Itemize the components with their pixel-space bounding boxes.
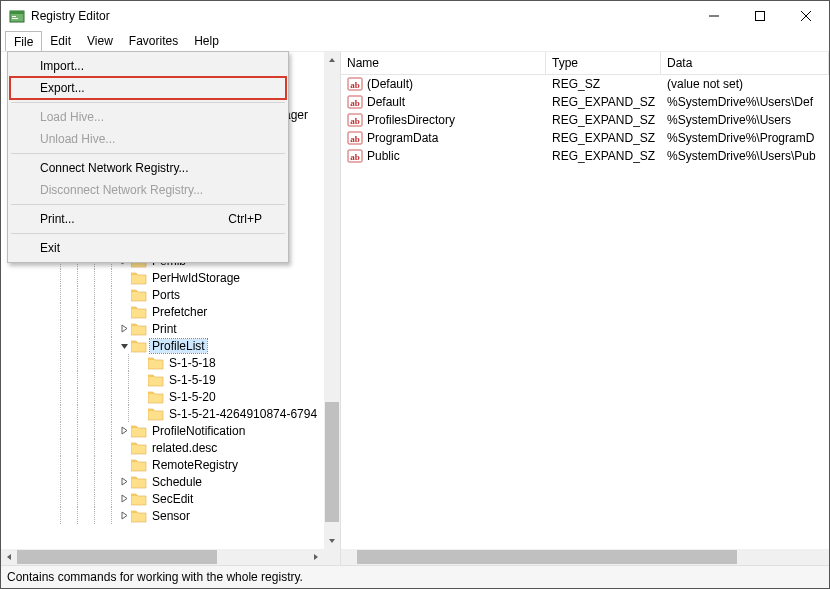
tree-item[interactable]: S-1-5-20 xyxy=(1,388,324,405)
list-pane: Name Type Data ab(Default)REG_SZ(value n… xyxy=(341,52,829,565)
tree-item[interactable]: S-1-5-18 xyxy=(1,354,324,371)
string-value-icon: ab xyxy=(347,148,363,164)
scroll-left-icon[interactable] xyxy=(1,549,17,565)
scroll-right-icon[interactable] xyxy=(308,549,324,565)
menu-edit[interactable]: Edit xyxy=(42,31,79,51)
window-title: Registry Editor xyxy=(31,9,691,23)
value-row[interactable]: abProgramDataREG_EXPAND_SZ%SystemDrive%\… xyxy=(341,129,829,147)
tree-item[interactable]: PerHwIdStorage xyxy=(1,269,324,286)
folder-icon xyxy=(131,475,147,489)
regedit-icon xyxy=(9,8,25,24)
tree-item[interactable]: S-1-5-21-4264910874-6794 xyxy=(1,405,324,422)
tree-item[interactable]: ProfileNotification xyxy=(1,422,324,439)
tree-item-label: ProfileList xyxy=(150,339,207,353)
folder-icon xyxy=(131,339,147,353)
menu-item-shortcut: Ctrl+P xyxy=(228,212,262,226)
string-value-icon: ab xyxy=(347,94,363,110)
menu-separator xyxy=(11,102,285,103)
tree-horizontal-scrollbar[interactable] xyxy=(1,549,324,565)
tree-item[interactable]: Sensor xyxy=(1,507,324,524)
tree-item-label: ProfileNotification xyxy=(150,424,247,438)
tree-item-label: S-1-5-18 xyxy=(167,356,218,370)
menu-item-label: Disconnect Network Registry... xyxy=(40,183,203,197)
value-type: REG_EXPAND_SZ xyxy=(552,113,655,127)
tree-item-label: SecEdit xyxy=(150,492,195,506)
folder-icon xyxy=(131,305,147,319)
scroll-up-icon[interactable] xyxy=(324,52,340,68)
close-button[interactable] xyxy=(783,1,829,31)
tree-item-label: Sensor xyxy=(150,509,192,523)
tree-item[interactable]: RemoteRegistry xyxy=(1,456,324,473)
minimize-button[interactable] xyxy=(691,1,737,31)
menu-separator xyxy=(11,233,285,234)
menu-item-exit[interactable]: Exit xyxy=(10,237,286,259)
svg-text:ab: ab xyxy=(350,152,360,162)
menu-item-connect-network[interactable]: Connect Network Registry... xyxy=(10,157,286,179)
tree-item-label: Prefetcher xyxy=(150,305,209,319)
value-row[interactable]: abProfilesDirectoryREG_EXPAND_SZ%SystemD… xyxy=(341,111,829,129)
tree-item-label: S-1-5-21-4264910874-6794 xyxy=(167,407,319,421)
menu-file[interactable]: File xyxy=(5,31,42,51)
column-type[interactable]: Type xyxy=(546,52,661,74)
string-value-icon: ab xyxy=(347,112,363,128)
menu-view[interactable]: View xyxy=(79,31,121,51)
column-data[interactable]: Data xyxy=(661,52,829,74)
tree-item[interactable]: ProfileList xyxy=(1,337,324,354)
status-text: Contains commands for working with the w… xyxy=(7,570,303,584)
folder-icon xyxy=(148,356,164,370)
svg-text:ab: ab xyxy=(350,116,360,126)
value-data: %SystemDrive%\Users xyxy=(667,113,791,127)
menu-item-unload-hive: Unload Hive... xyxy=(10,128,286,150)
value-row[interactable]: ab(Default)REG_SZ(value not set) xyxy=(341,75,829,93)
tree-item[interactable]: SecEdit xyxy=(1,490,324,507)
window-controls xyxy=(691,1,829,31)
column-name[interactable]: Name xyxy=(341,52,546,74)
menu-item-disconnect-network: Disconnect Network Registry... xyxy=(10,179,286,201)
scrollbar-thumb[interactable] xyxy=(325,402,339,522)
folder-icon xyxy=(131,288,147,302)
scroll-down-icon[interactable] xyxy=(324,533,340,549)
tree-item[interactable]: Print xyxy=(1,320,324,337)
folder-icon xyxy=(131,441,147,455)
list-horizontal-scrollbar[interactable] xyxy=(341,549,829,565)
value-data: %SystemDrive%\ProgramD xyxy=(667,131,814,145)
svg-rect-3 xyxy=(12,18,18,19)
value-list[interactable]: ab(Default)REG_SZ(value not set)abDefaul… xyxy=(341,75,829,549)
tree-item[interactable]: Ports xyxy=(1,286,324,303)
scroll-corner xyxy=(324,549,340,565)
menu-item-import[interactable]: Import... xyxy=(10,55,286,77)
svg-text:ab: ab xyxy=(350,134,360,144)
menu-separator xyxy=(11,153,285,154)
tree-item-label: S-1-5-19 xyxy=(167,373,218,387)
folder-icon xyxy=(148,390,164,404)
value-row[interactable]: abDefaultREG_EXPAND_SZ%SystemDrive%\User… xyxy=(341,93,829,111)
scrollbar-thumb[interactable] xyxy=(17,550,217,564)
titlebar: Registry Editor xyxy=(1,1,829,31)
value-name: Default xyxy=(367,95,405,109)
folder-icon xyxy=(131,424,147,438)
menu-item-label: Load Hive... xyxy=(40,110,104,124)
value-type: REG_EXPAND_SZ xyxy=(552,131,655,145)
svg-text:ab: ab xyxy=(350,98,360,108)
tree-item[interactable]: related.desc xyxy=(1,439,324,456)
tree-item[interactable]: Schedule xyxy=(1,473,324,490)
folder-icon xyxy=(148,373,164,387)
tree-item-label: Print xyxy=(150,322,179,336)
value-type: REG_EXPAND_SZ xyxy=(552,149,655,163)
value-row[interactable]: abPublicREG_EXPAND_SZ%SystemDrive%\Users… xyxy=(341,147,829,165)
menu-item-label: Unload Hive... xyxy=(40,132,115,146)
scrollbar-thumb[interactable] xyxy=(357,550,737,564)
tree-item-label: S-1-5-20 xyxy=(167,390,218,404)
value-name: ProgramData xyxy=(367,131,438,145)
tree-item[interactable]: Prefetcher xyxy=(1,303,324,320)
tree-vertical-scrollbar[interactable] xyxy=(324,52,340,549)
menu-item-label: Exit xyxy=(40,241,60,255)
menu-favorites[interactable]: Favorites xyxy=(121,31,186,51)
menu-item-print[interactable]: Print...Ctrl+P xyxy=(10,208,286,230)
menu-help[interactable]: Help xyxy=(186,31,227,51)
tree-item[interactable]: S-1-5-19 xyxy=(1,371,324,388)
tree-item-label: Schedule xyxy=(150,475,204,489)
value-name: (Default) xyxy=(367,77,413,91)
menu-item-export[interactable]: Export... xyxy=(10,77,286,99)
maximize-button[interactable] xyxy=(737,1,783,31)
